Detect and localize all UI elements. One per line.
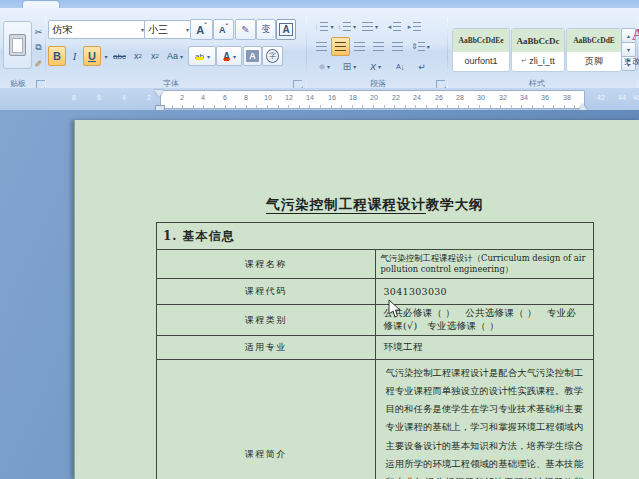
- enclose-character-icon: 字: [266, 49, 279, 63]
- font-color-bar: [224, 58, 229, 61]
- chevron-down-icon: ▾: [353, 63, 356, 70]
- font-color-icon: A: [222, 51, 231, 62]
- table-row: 课程类别 公共必修课（ ） 公共选修课（ ） 专业必修课(√) 专业选修课（ ）: [157, 305, 594, 336]
- table-row: 课程代码 3041303030: [157, 279, 594, 305]
- ruler-number: 2: [147, 94, 151, 101]
- change-case-icon: Aa: [167, 51, 178, 61]
- italic-button[interactable]: I: [66, 46, 83, 66]
- title-underlined-part: 气污染控制工程课程设计: [266, 196, 426, 214]
- table-row: 课程简介 气污染控制工程课程设计是配合大气污染控制工程专业课程而单独设立的设计性…: [157, 360, 594, 479]
- chevron-down-icon: ▾: [375, 23, 378, 30]
- document-page[interactable]: 气污染控制工程课程设计教学大纲 1. 基本信息 课程名称 气污染控制工程课程设计…: [74, 120, 639, 479]
- line-spacing-button[interactable]: ⇕▾: [408, 37, 433, 56]
- clear-formatting-button[interactable]: ✎: [235, 19, 256, 40]
- enclose-character-button[interactable]: 字: [262, 46, 283, 66]
- ruler-number: 34: [520, 94, 528, 101]
- ruler-number: 8: [244, 94, 248, 101]
- justify-button[interactable]: [369, 37, 388, 56]
- chevron-down-icon: ▾: [186, 26, 189, 33]
- bullets-button[interactable]: ⋮▾: [312, 17, 335, 36]
- underline-icon: U: [88, 50, 96, 62]
- character-shading-button[interactable]: A: [243, 46, 262, 66]
- group-divider: [447, 18, 448, 94]
- format-painter-icon: ✐: [35, 59, 43, 69]
- horizontal-ruler[interactable]: 8 6 4 2 2 4 6 8 10 12 14 16 18 20 22 24 …: [0, 88, 639, 110]
- shading-button[interactable]: ◆▾: [312, 57, 337, 76]
- character-border-button[interactable]: A: [276, 19, 296, 40]
- style-name: ourfont1: [453, 52, 509, 70]
- change-case-button[interactable]: Aa▾: [163, 46, 187, 66]
- character-border-icon: A: [279, 23, 292, 36]
- row-label: 课程代码: [157, 279, 376, 305]
- distribute-button[interactable]: [388, 37, 407, 56]
- table-header-row: 1. 基本信息: [157, 223, 594, 250]
- style-item-footer[interactable]: AaBbCcDdE 页脚: [566, 28, 622, 72]
- style-name: ↵zli_i_tt: [512, 52, 564, 70]
- document-workspace: 气污染控制工程课程设计教学大纲 1. 基本信息 课程名称 气污染控制工程课程设计…: [0, 110, 639, 479]
- caret-down-icon: ˇ: [226, 23, 228, 30]
- ruler-number: 30: [477, 94, 485, 101]
- borders-button[interactable]: ⊞▾: [337, 57, 362, 76]
- style-item-ourfont1[interactable]: AaBbCcDdEe ourfont1: [452, 28, 510, 72]
- ribbon: ✂ ⧉ ✐ 贴板 仿宋 ▾ 小三 ▾ Aˆ Aˇ ✎ 变 A B I U ▾ a…: [0, 8, 639, 89]
- font-name-combo[interactable]: 仿宋 ▾: [48, 20, 148, 39]
- bold-button[interactable]: B: [48, 46, 66, 66]
- ruler-number: 26: [435, 94, 443, 101]
- clear-formatting-icon: ✎: [241, 24, 249, 35]
- title-rest-part: 教学大纲: [426, 196, 484, 212]
- change-styles-button[interactable]: A: [628, 22, 639, 48]
- ruler-number: 4: [122, 94, 126, 101]
- font-color-button[interactable]: A ▾: [216, 46, 242, 66]
- decrease-indent-button[interactable]: ◄: [384, 17, 404, 36]
- strikethrough-icon: abc: [113, 52, 126, 61]
- multilevel-list-button[interactable]: ▾: [358, 17, 382, 36]
- align-center-icon: [335, 42, 346, 51]
- asian-layout-button[interactable]: X▾: [362, 57, 389, 76]
- align-right-icon: [354, 42, 365, 51]
- ruler-number: 44: [618, 94, 626, 101]
- numbering-button[interactable]: ⒈▾: [335, 17, 358, 36]
- row-label: 适用专业: [157, 336, 376, 360]
- document-title: 气污染控制工程课程设计教学大纲: [156, 196, 594, 214]
- style-item-zli-i-tt[interactable]: AaBbCcDc ↵zli_i_tt: [511, 28, 565, 72]
- ruler-number: 24: [413, 94, 421, 101]
- table-section-header: 1. 基本信息: [157, 223, 594, 250]
- grow-font-button[interactable]: Aˆ: [190, 19, 213, 40]
- table-row: 适用专业 环境工程: [157, 336, 594, 360]
- subscript-button[interactable]: x2: [129, 46, 147, 66]
- copy-icon: ⧉: [35, 42, 41, 53]
- increase-indent-button[interactable]: ►: [404, 17, 424, 36]
- indent-right-icon: ►: [407, 24, 413, 30]
- caret-up-icon: ˆ: [204, 22, 206, 29]
- phonetic-guide-button[interactable]: 变: [256, 19, 276, 40]
- underline-button[interactable]: U: [83, 46, 101, 66]
- sort-button[interactable]: A↓: [390, 57, 411, 76]
- align-center-button[interactable]: [331, 37, 350, 56]
- style-marker-icon: ↵: [521, 57, 527, 65]
- sort-arrow-icon: ↓: [401, 62, 406, 72]
- ruler-number: 36: [541, 94, 549, 101]
- font-size-combo[interactable]: 小三 ▾: [144, 20, 193, 39]
- align-right-button[interactable]: [350, 37, 369, 56]
- change-styles-label: 更改: [624, 56, 639, 67]
- chevron-down-icon: ▾: [353, 23, 356, 30]
- strikethrough-button[interactable]: abc: [109, 46, 130, 66]
- ruler-number: 38: [563, 94, 571, 101]
- line-spacing-icon: ⇕: [411, 42, 418, 51]
- superscript-button[interactable]: x2: [146, 46, 164, 66]
- ribbon-tab-strip: [0, 0, 639, 8]
- shrink-font-button[interactable]: Aˇ: [213, 19, 234, 40]
- paste-button[interactable]: [3, 21, 32, 69]
- row-value: 公共必修课（ ） 公共选修课（ ） 专业必修课(√) 专业选修课（ ）: [375, 305, 594, 336]
- shading-bucket-icon: ◆: [319, 62, 325, 71]
- chevron-down-icon: ▾: [427, 43, 430, 50]
- text-highlight-button[interactable]: ab ▾: [188, 46, 216, 66]
- font-size-value: 小三: [148, 23, 168, 37]
- chevron-down-icon: ▾: [233, 53, 236, 60]
- ruler-number: 16: [328, 94, 336, 101]
- align-left-button[interactable]: [312, 37, 331, 56]
- grow-font-icon: A: [196, 24, 204, 36]
- show-marks-button[interactable]: ↵: [412, 57, 432, 76]
- row-label: 课程名称: [157, 250, 376, 279]
- borders-grid-icon: ⊞: [343, 61, 351, 72]
